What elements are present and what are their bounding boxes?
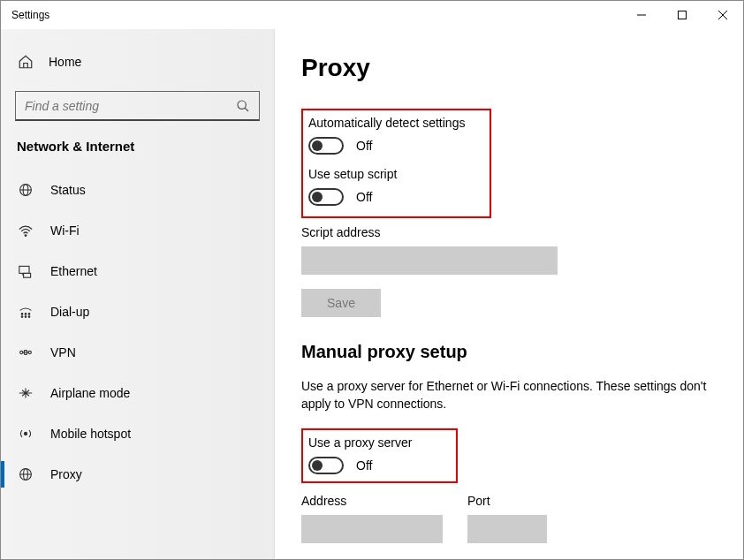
address-label: Address	[301, 494, 443, 508]
wifi-icon	[17, 223, 34, 238]
setup-script-label: Use setup script	[308, 167, 481, 181]
ethernet-icon	[17, 264, 34, 278]
close-icon	[718, 11, 727, 19]
sidebar-item-vpn[interactable]: VPN	[1, 332, 274, 373]
sidebar-item-ethernet[interactable]: Ethernet	[1, 251, 274, 291]
nav-label: Proxy	[50, 467, 82, 481]
svg-line-5	[245, 108, 248, 111]
svg-point-19	[20, 351, 23, 353]
sidebar-item-airplane[interactable]: Airplane mode	[1, 373, 274, 413]
svg-point-23	[24, 432, 27, 435]
svg-point-18	[28, 316, 30, 318]
svg-rect-11	[24, 273, 31, 277]
use-proxy-label: Use a proxy server	[308, 435, 412, 450]
auto-detect-label: Automatically detect settings	[308, 116, 481, 130]
hotspot-icon	[17, 427, 34, 441]
save-button[interactable]: Save	[301, 289, 381, 317]
window-title: Settings	[11, 9, 49, 21]
use-proxy-state: Off	[356, 458, 372, 473]
manual-setup-title: Manual proxy setup	[301, 342, 717, 362]
svg-rect-10	[19, 266, 29, 273]
port-label: Port	[467, 494, 547, 508]
svg-point-16	[21, 316, 23, 318]
status-icon	[17, 183, 34, 197]
nav-label: Wi-Fi	[50, 223, 80, 238]
svg-point-9	[25, 235, 27, 237]
search-input[interactable]	[25, 99, 236, 113]
nav-label: Airplane mode	[50, 386, 130, 400]
proxy-icon	[17, 467, 34, 481]
maximize-button[interactable]	[662, 1, 702, 29]
content-area: Proxy Automatically detect settings Off …	[275, 29, 743, 559]
address-input[interactable]	[301, 515, 443, 543]
sidebar-item-status[interactable]: Status	[1, 170, 274, 210]
nav-label: Dial-up	[50, 305, 89, 319]
auto-detect-state: Off	[356, 139, 372, 153]
svg-point-17	[25, 316, 27, 318]
auto-detect-toggle[interactable]	[308, 137, 344, 155]
sidebar-item-wifi[interactable]: Wi-Fi	[1, 210, 274, 251]
use-proxy-toggle[interactable]	[308, 457, 344, 474]
minimize-icon	[637, 11, 646, 19]
home-icon	[17, 54, 34, 70]
svg-point-4	[238, 101, 246, 109]
svg-point-15	[28, 314, 30, 315]
window-controls	[621, 1, 743, 29]
vpn-icon	[17, 345, 34, 359]
airplane-icon	[17, 386, 34, 400]
nav-label: Status	[50, 183, 86, 197]
page-title: Proxy	[301, 54, 717, 82]
minimize-button[interactable]	[621, 1, 662, 29]
port-input[interactable]	[467, 515, 547, 543]
sidebar-item-proxy[interactable]: Proxy	[1, 454, 274, 495]
highlight-box-auto: Automatically detect settings Off Use se…	[301, 109, 491, 218]
svg-point-13	[21, 314, 23, 315]
setup-script-toggle[interactable]	[308, 188, 344, 206]
close-button[interactable]	[702, 1, 743, 29]
home-button[interactable]: Home	[1, 45, 274, 79]
nav-label: VPN	[50, 345, 76, 359]
script-address-input[interactable]	[301, 246, 558, 275]
nav-label: Ethernet	[50, 264, 97, 278]
titlebar: Settings	[1, 1, 743, 29]
svg-rect-1	[679, 11, 687, 19]
setup-script-state: Off	[356, 190, 372, 204]
search-icon	[236, 99, 250, 113]
script-address-label: Script address	[301, 225, 717, 239]
manual-setup-desc: Use a proxy server for Ethernet or Wi-Fi…	[301, 378, 717, 412]
home-label: Home	[49, 55, 81, 69]
sidebar-item-dialup[interactable]: Dial-up	[1, 291, 274, 332]
sidebar: Home Network & Internet Status Wi-Fi Eth…	[1, 29, 275, 559]
dialup-icon	[17, 305, 34, 319]
highlight-box-manual: Use a proxy server Off	[301, 428, 458, 483]
group-header: Network & Internet	[1, 139, 274, 170]
sidebar-item-hotspot[interactable]: Mobile hotspot	[1, 413, 274, 454]
svg-point-14	[25, 314, 27, 315]
search-box[interactable]	[15, 91, 260, 121]
maximize-icon	[678, 11, 687, 19]
nav-label: Mobile hotspot	[50, 427, 131, 441]
svg-point-20	[28, 351, 31, 353]
